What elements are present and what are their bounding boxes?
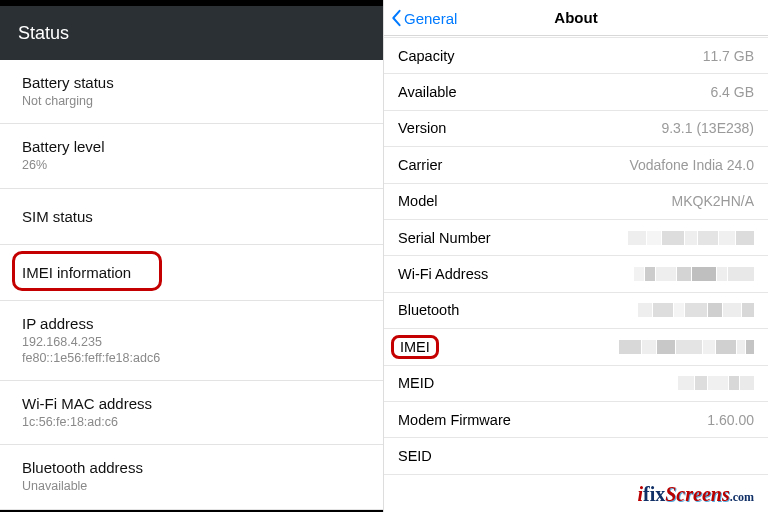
ios-list: Capacity 11.7 GB Available 6.4 GB Versio… [384,38,768,475]
row-label: Carrier [398,157,442,173]
row-label: Bluetooth [398,302,459,318]
row-imei[interactable]: IMEI [384,329,768,365]
row-value: 9.3.1 (13E238) [661,120,754,136]
row-imei-information[interactable]: IMEI information [0,245,383,301]
row-label: IMEI information [22,264,361,281]
chevron-left-icon [390,9,402,27]
watermark-logo: ifixScreens.com [637,483,754,506]
row-value-redacted [628,231,754,245]
row-value: 11.7 GB [703,48,754,64]
row-modem-firmware[interactable]: Modem Firmware 1.60.00 [384,402,768,438]
row-value: 1.60.00 [707,412,754,428]
android-header-title: Status [0,6,383,60]
row-value-redacted [638,303,754,317]
row-label: SIM status [22,208,361,225]
ios-header: General About [384,0,768,36]
row-wifi-mac[interactable]: Wi-Fi MAC address 1c:56:fe:18:ad:c6 [0,381,383,445]
row-label: Version [398,120,446,136]
row-ip-address[interactable]: IP address 192.168.4.235 fe80::1e56:feff… [0,301,383,382]
android-status-panel: Status Battery status Not charging Batte… [0,0,384,512]
back-label: General [404,10,457,27]
row-label: Modem Firmware [398,412,511,428]
row-value: 192.168.4.235 fe80::1e56:feff:fe18:adc6 [22,334,361,367]
row-battery-level[interactable]: Battery level 26% [0,124,383,188]
row-seid[interactable]: SEID [384,438,768,474]
row-label: Serial Number [398,230,491,246]
row-value: MKQK2HN/A [672,193,754,209]
android-list: Battery status Not charging Battery leve… [0,60,383,510]
row-value: Vodafone India 24.0 [629,157,754,173]
row-label: Capacity [398,48,454,64]
row-value: Not charging [22,93,361,109]
row-label: Model [398,193,438,209]
row-label: Bluetooth address [22,459,361,476]
row-battery-status[interactable]: Battery status Not charging [0,60,383,124]
ios-about-panel: General About Capacity 11.7 GB Available… [384,0,768,512]
row-label: Wi-Fi Address [398,266,488,282]
row-carrier[interactable]: Carrier Vodafone India 24.0 [384,147,768,183]
row-meid[interactable]: MEID [384,366,768,402]
row-label: Battery status [22,74,361,91]
row-value-redacted [678,376,754,390]
row-wifi-address[interactable]: Wi-Fi Address [384,256,768,292]
row-value-redacted [634,267,754,281]
row-model[interactable]: Model MKQK2HN/A [384,184,768,220]
row-value: 26% [22,157,361,173]
row-bluetooth-address[interactable]: Bluetooth address Unavailable [0,445,383,509]
row-label: IMEI [391,335,439,359]
row-serial-number[interactable]: Serial Number [384,220,768,256]
row-available[interactable]: Available 6.4 GB [384,74,768,110]
row-label: MEID [398,375,434,391]
row-label: Available [398,84,457,100]
row-label: Wi-Fi MAC address [22,395,361,412]
row-version[interactable]: Version 9.3.1 (13E238) [384,111,768,147]
row-capacity[interactable]: Capacity 11.7 GB [384,38,768,74]
row-bluetooth[interactable]: Bluetooth [384,293,768,329]
row-sim-status[interactable]: SIM status [0,189,383,245]
row-label: Battery level [22,138,361,155]
row-value: Unavailable [22,478,361,494]
row-label: SEID [398,448,432,464]
back-button[interactable]: General [390,0,457,36]
row-label: IP address [22,315,361,332]
page-title: About [554,9,597,26]
row-value: 6.4 GB [710,84,754,100]
row-value-redacted [619,340,754,354]
row-value: 1c:56:fe:18:ad:c6 [22,414,361,430]
